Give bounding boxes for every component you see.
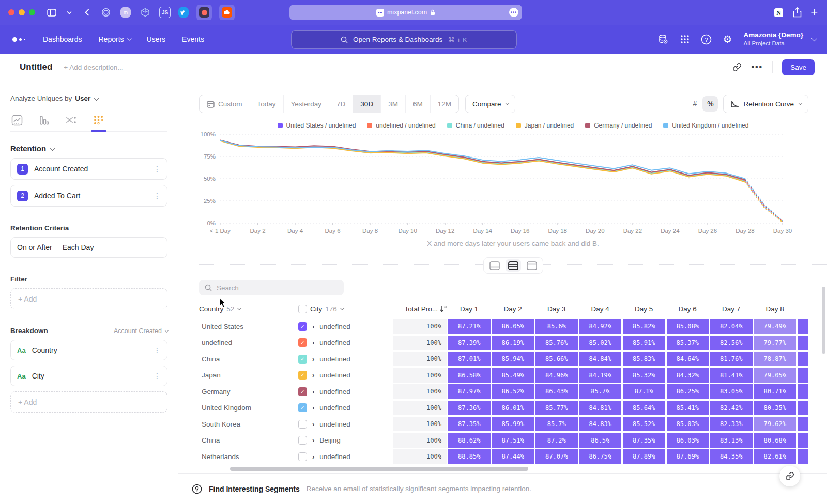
apps-grid-icon[interactable] xyxy=(680,35,690,44)
retention-cell[interactable] xyxy=(798,319,808,334)
red-dot-app-icon[interactable] xyxy=(196,5,212,20)
zoom-window-icon[interactable] xyxy=(29,9,35,15)
table-row[interactable]: China✓›undefined100%87.01%85.94%85.66%84… xyxy=(199,352,808,366)
retention-cell[interactable]: 83.05% xyxy=(710,384,753,399)
expand-icon[interactable]: › xyxy=(312,453,314,461)
event-card[interactable]: 2Added To Cart⋮ xyxy=(10,185,167,207)
add-description[interactable]: + Add description... xyxy=(64,64,123,71)
retention-cell[interactable]: 85.64% xyxy=(623,401,665,415)
retention-cell[interactable] xyxy=(798,449,808,464)
legend-item[interactable]: Japan / undefined xyxy=(516,122,574,129)
retention-cell[interactable]: 85.7% xyxy=(535,417,578,431)
minimize-window-icon[interactable] xyxy=(19,9,25,15)
retention-cell[interactable]: 87.2% xyxy=(535,433,578,448)
ellipsis-icon[interactable]: ••• xyxy=(509,8,518,17)
new-tab-icon[interactable]: + xyxy=(811,6,818,19)
segments-title[interactable]: Find Interesting Segments xyxy=(209,485,300,493)
expand-icon[interactable]: › xyxy=(312,420,314,428)
tab-insights[interactable] xyxy=(10,112,24,131)
analyze-value[interactable]: User xyxy=(75,94,90,102)
city-column-header[interactable]: – City176 xyxy=(298,305,391,313)
save-button[interactable]: Save xyxy=(782,59,815,75)
tab-flows[interactable] xyxy=(64,112,79,131)
chevron-down-icon[interactable] xyxy=(64,7,74,18)
retention-cell[interactable]: 88.62% xyxy=(448,433,491,448)
page-title[interactable]: Untitled xyxy=(20,62,52,72)
retention-cell[interactable]: 81.76% xyxy=(710,352,753,366)
more-icon[interactable]: ⋮ xyxy=(154,346,161,354)
split-view-icon[interactable] xyxy=(506,259,521,272)
retention-cell[interactable]: 83.13% xyxy=(710,433,753,448)
retention-cell[interactable]: 84.19% xyxy=(579,368,622,383)
retention-cell[interactable]: 87.1% xyxy=(623,384,665,399)
retention-cell[interactable]: 85.6% xyxy=(535,319,578,334)
table-view-icon[interactable] xyxy=(524,259,540,272)
retention-cell[interactable] xyxy=(798,417,808,431)
retention-cell[interactable]: 80.35% xyxy=(754,401,797,415)
retention-cell[interactable]: 87.35% xyxy=(448,417,491,431)
retention-cell[interactable] xyxy=(798,352,808,366)
legend-item[interactable]: China / undefined xyxy=(447,122,504,129)
criteria-card[interactable]: On or After Each Day xyxy=(10,237,167,258)
retention-cell[interactable]: 87.01% xyxy=(448,352,491,366)
range-12m[interactable]: 12M xyxy=(431,95,458,113)
retention-cell[interactable]: 79.62% xyxy=(754,417,797,431)
vertical-scrollbar[interactable] xyxy=(822,287,825,354)
table-row[interactable]: China›Beijing100%88.62%87.51%87.2%86.5%8… xyxy=(199,433,808,448)
table-row[interactable]: United States✓›undefined100%87.21%86.05%… xyxy=(199,319,808,334)
expand-icon[interactable]: › xyxy=(312,355,314,363)
more-icon[interactable]: ⋮ xyxy=(154,372,161,380)
number-toggle-button[interactable]: # xyxy=(687,96,702,112)
table-row[interactable]: Japan✓›undefined100%86.58%85.49%84.96%84… xyxy=(199,368,808,383)
nav-item-dashboards[interactable]: Dashboards xyxy=(43,35,82,43)
retention-cell[interactable]: 85.7% xyxy=(579,384,622,399)
table-row[interactable]: United Kingdom✓›undefined100%87.36%86.01… xyxy=(199,401,808,415)
retention-cell[interactable]: 85.41% xyxy=(667,401,709,415)
url-bar[interactable]: mixpanel.com ••• xyxy=(289,5,522,20)
table-row[interactable]: South Korea›undefined100%87.35%85.99%85.… xyxy=(199,417,808,431)
cube-icon[interactable] xyxy=(139,6,152,19)
day-column-header[interactable]: Day 3 xyxy=(535,305,578,313)
nav-item-events[interactable]: Events xyxy=(182,35,204,43)
range-3m[interactable]: 3M xyxy=(381,95,406,113)
notion-icon[interactable]: N xyxy=(774,8,784,18)
legend-item[interactable]: undefined / undefined xyxy=(367,122,435,129)
retention-cell[interactable]: 78.87% xyxy=(754,352,797,366)
retention-cell[interactable]: 85.49% xyxy=(492,368,534,383)
data-gear-icon[interactable] xyxy=(657,34,669,45)
range-custom[interactable]: Custom xyxy=(200,95,250,113)
gear-icon[interactable]: ⚙ xyxy=(723,33,732,45)
retention-cell[interactable]: 85.82% xyxy=(623,319,665,334)
horizontal-scrollbar[interactable] xyxy=(230,467,528,471)
range-today[interactable]: Today xyxy=(250,95,284,113)
event-card[interactable]: 1Account Created⋮ xyxy=(10,158,167,180)
day-column-header[interactable]: Day 5 xyxy=(623,305,665,313)
row-checkbox[interactable]: ✓ xyxy=(298,371,307,380)
retention-cell[interactable]: 86.5% xyxy=(579,433,622,448)
legend-item[interactable]: United States / undefined xyxy=(278,122,356,129)
retention-cell[interactable]: 87.44% xyxy=(492,449,534,464)
row-checkbox[interactable]: ✓ xyxy=(298,403,307,412)
criteria-operator[interactable]: On or After xyxy=(17,243,52,251)
expand-icon[interactable]: › xyxy=(312,323,314,330)
retention-cell[interactable]: 84.32% xyxy=(667,368,709,383)
retention-cell[interactable]: 85.83% xyxy=(623,352,665,366)
breakdown-card[interactable]: AaCity⋮ xyxy=(10,366,167,386)
retention-cell[interactable] xyxy=(798,433,808,448)
cloud-app-icon[interactable] xyxy=(219,5,235,20)
retention-cell[interactable]: 85.77% xyxy=(535,401,578,415)
retention-cell[interactable]: 79.49% xyxy=(754,319,797,334)
more-icon[interactable]: ⋮ xyxy=(154,192,161,200)
day-column-header[interactable]: Day 1 xyxy=(448,305,491,313)
row-checkbox[interactable] xyxy=(298,436,307,445)
chart-view-icon[interactable] xyxy=(487,259,502,272)
retention-cell[interactable]: 85.03% xyxy=(667,417,709,431)
traffic-lights[interactable] xyxy=(8,9,35,15)
retention-cell[interactable]: 85.32% xyxy=(623,368,665,383)
retention-cell[interactable]: 82.33% xyxy=(710,417,753,431)
retention-cell[interactable]: 87.07% xyxy=(535,449,578,464)
retention-cell[interactable]: 87.39% xyxy=(448,336,491,350)
row-checkbox[interactable]: ✓ xyxy=(298,322,307,331)
percent-toggle-button[interactable]: % xyxy=(702,96,718,112)
total-column-header[interactable]: Total Pro... xyxy=(393,305,447,313)
